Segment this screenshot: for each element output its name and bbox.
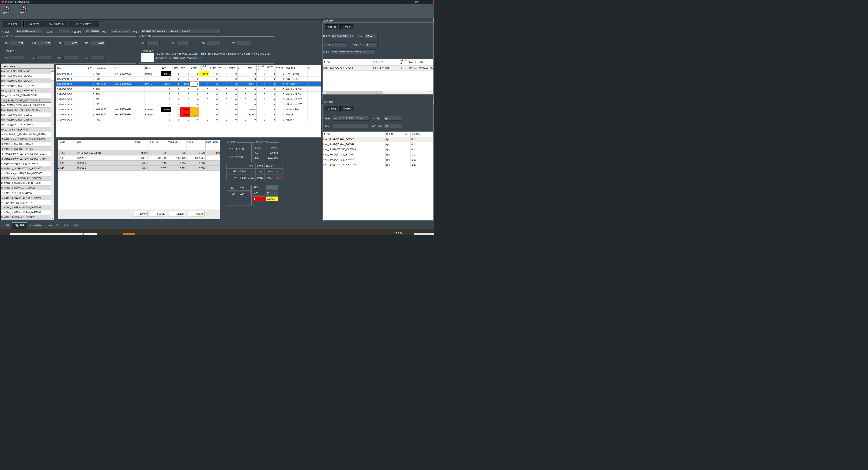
column-header[interactable]: color	[402, 132, 410, 137]
taskbar-window-preview[interactable]	[10, 233, 97, 235]
cell[interactable]: CKZ0740:OC-6	[56, 117, 87, 122]
cell[interactable]: CKZ0740:OC-6	[56, 97, 87, 102]
cell[interactable]: 0	[170, 92, 180, 97]
cell[interactable]: 0	[199, 76, 209, 81]
cell[interactable]: 0	[266, 117, 276, 122]
cell[interactable]: 0	[247, 97, 256, 102]
cell[interactable]: 0	[266, 87, 276, 92]
cell[interactable]: 미정	[95, 102, 114, 107]
cell[interactable]: 340	[60, 166, 76, 171]
cell[interactable]: 0	[256, 81, 266, 87]
cell[interactable]: 0.988	[186, 161, 205, 166]
cell[interactable]: 0	[180, 92, 190, 97]
grid-row[interactable]: CKZ0740:OC-64미정0000000000000배합생성 작업중	[56, 97, 321, 102]
cell[interactable]: 0	[276, 87, 285, 92]
column-header[interactable]: 주문명	[323, 59, 373, 65]
column-header[interactable]: 배합비	[134, 140, 149, 150]
cell[interactable]: CKZ0740:OC-6	[56, 92, 87, 97]
cell[interactable]: 퍼니졸4000 G20 C/Base	[76, 150, 134, 156]
cell[interactable]: 0	[180, 102, 190, 107]
cell[interactable]: 0	[237, 92, 247, 97]
tinting-hscrollbar[interactable]: ‹ ›	[322, 91, 433, 95]
cell[interactable]: 0	[266, 102, 276, 107]
mix-row[interactable]: ▶340유성)적색0.0110.8370.2090.988	[58, 166, 220, 171]
cell[interactable]	[145, 102, 161, 107]
cell[interactable]: 0	[170, 112, 180, 117]
order-list-item[interactable]: kpst_퍼니졸4000 G50_E-55385	[1, 122, 52, 127]
test-result-combobox[interactable]: ⌄	[141, 53, 154, 62]
cell[interactable]: 퍼니졸4000 G20	[114, 81, 145, 87]
order-list-item[interactable]: kpst_퍼니졸4000 무광_CKZ0729:OC-5	[1, 108, 52, 112]
cell[interactable]: 유성)적색	[76, 166, 134, 171]
cell[interactable]: C/Base	[145, 107, 161, 112]
diff-field[interactable]	[147, 41, 160, 45]
cell[interactable]: 0	[209, 107, 218, 112]
cell[interactable]: 6	[87, 87, 95, 92]
column-header[interactable]: DL	[307, 65, 321, 71]
cell[interactable]: 0.204	[167, 161, 186, 166]
order-list-item[interactable]: NG_알키졸에나멜 유광_G-418002	[1, 200, 52, 205]
cell[interactable]: 0	[209, 97, 218, 102]
column-header[interactable]	[58, 140, 60, 150]
order-list-item[interactable]: kpst_데스몬Q/D 유광_E-53516	[1, 112, 52, 118]
cell[interactable]	[145, 117, 161, 122]
cell[interactable]: 0	[228, 92, 237, 97]
cell[interactable]: 0	[199, 81, 209, 87]
cell[interactable]: 0	[256, 87, 266, 92]
cell[interactable]: 0.021	[190, 112, 199, 117]
cell[interactable]: 0.011	[180, 81, 190, 87]
order-list-item[interactable]: 김포상사_알키졸에나멜 유광_G-456504	[1, 205, 52, 210]
order-list-item[interactable]: kpst_데스몬Q/D 유광_KCC-VI0014	[1, 83, 52, 88]
cell[interactable]: 0	[247, 102, 256, 107]
cell[interactable]: 0	[256, 71, 266, 76]
cell[interactable]	[402, 147, 410, 152]
work-status-field[interactable]: 제조 작업완료	[85, 29, 100, 34]
cell[interactable]: 0	[209, 81, 218, 87]
cell[interactable]: 0	[276, 76, 285, 81]
cell[interactable]: 대기	[410, 137, 433, 142]
cell[interactable]: kpst	[385, 142, 402, 147]
cell[interactable]: 31.647	[247, 112, 256, 117]
measure-agency-field[interactable]: kpst	[384, 116, 402, 121]
tinting-base-field[interactable]: C/Base	[365, 34, 378, 38]
cell[interactable]: 0.002	[180, 112, 190, 117]
cell[interactable]: 0	[161, 92, 170, 97]
cell[interactable]	[307, 107, 321, 112]
tinting-machine-field[interactable]	[331, 42, 346, 47]
cell[interactable]: 0	[209, 71, 218, 76]
cell[interactable]: 퍼니졸4000 G20	[114, 112, 145, 117]
cell[interactable]	[145, 97, 161, 102]
cell[interactable]: 0	[266, 76, 276, 81]
diff-field[interactable]	[10, 55, 24, 60]
cell[interactable]: 0	[247, 117, 256, 122]
cell[interactable]: kpst	[385, 147, 402, 152]
cell[interactable]: 0	[190, 117, 199, 122]
cell[interactable]: 0	[266, 112, 276, 117]
cell[interactable]: 0	[209, 117, 218, 122]
cell[interactable]: 0	[256, 97, 266, 102]
cell[interactable]: 미정	[95, 87, 114, 92]
cell[interactable]: 975.8	[186, 150, 205, 156]
os-taskbar[interactable]: 오후 5:00	[0, 229, 434, 235]
measure-run-button[interactable]: 측색[F6]	[340, 106, 353, 111]
tab-관리[interactable]: 관리	[61, 222, 71, 229]
order-list-item[interactable]: 대지기획_알키졸에나멜 무광_G-187506	[1, 181, 52, 186]
density-field[interactable]: 89	[266, 191, 278, 196]
cell[interactable]: 0	[228, 87, 237, 92]
cell[interactable]	[205, 166, 220, 171]
cell[interactable]: 0	[161, 76, 170, 81]
action-button[interactable]: 확인[F9]	[25, 21, 44, 27]
cell[interactable]	[307, 117, 321, 122]
tinting-status-field[interactable]: 대기	[365, 42, 378, 47]
cell[interactable]: 0	[199, 102, 209, 107]
cell[interactable]: 0	[266, 81, 276, 87]
cell[interactable]: 미정	[95, 76, 114, 81]
cell[interactable]	[307, 92, 321, 97]
cell[interactable]: 0.988	[186, 166, 205, 171]
cell[interactable]: 0	[276, 81, 285, 87]
cell[interactable]: 0	[180, 117, 190, 122]
cell[interactable]	[145, 87, 161, 92]
cell[interactable]: 89.111	[247, 81, 256, 87]
cell[interactable]: 0	[190, 97, 199, 102]
grid-row[interactable]: CKZ0740:OC-63미정0000000000000배합생성 작업중	[56, 102, 321, 107]
